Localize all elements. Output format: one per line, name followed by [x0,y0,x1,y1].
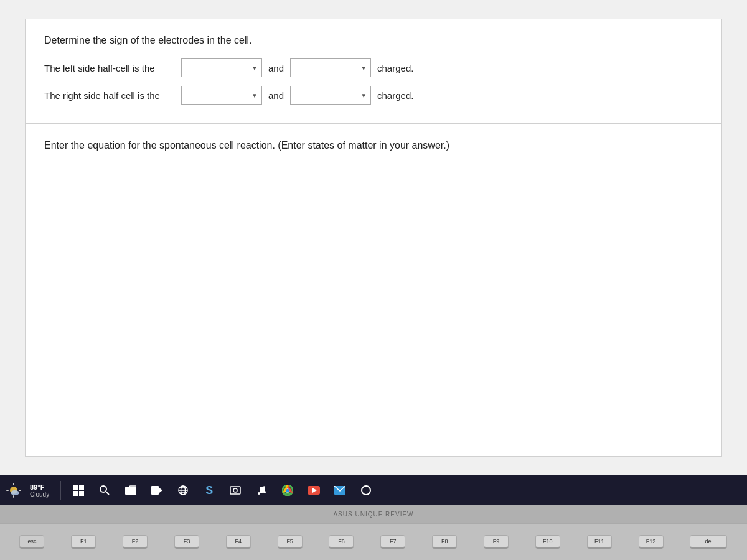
f10-key[interactable]: F10 [535,535,560,549]
taskbar-divider [60,481,61,500]
f11-key[interactable]: F11 [587,535,612,549]
left-cell-dropdown2[interactable]: positively negatively ▼ [290,58,371,77]
unknown-circle-taskbar-icon[interactable] [355,479,377,502]
f5-key[interactable]: F5 [278,535,303,549]
svg-marker-14 [159,488,162,493]
svg-rect-20 [230,487,240,494]
chevron-down-icon2: ▼ [360,65,367,72]
f9-key[interactable]: F9 [484,535,509,549]
chevron-down-icon3: ▼ [251,92,258,99]
f1-key[interactable]: F1 [71,535,96,549]
left-cell-row: The left side half-cell is the anode cat… [44,58,703,77]
left-cell-connector: and [268,63,284,73]
right-cell-label: The right side half cell is the [44,90,175,101]
esc-key[interactable]: esc [19,535,44,549]
screenshot-taskbar-icon[interactable] [224,479,247,502]
f4-key[interactable]: F4 [226,535,251,549]
svg-rect-8 [73,491,78,496]
f12-key[interactable]: F12 [639,535,664,549]
svg-point-23 [263,491,266,493]
music-taskbar-icon[interactable] [250,479,273,502]
left-cell-select2[interactable]: positively negatively [294,63,358,73]
f2-key[interactable]: F2 [123,535,148,549]
equation-section: Enter the equation for the spontaneous c… [25,124,722,457]
youtube-taskbar-icon[interactable] [303,479,325,502]
svg-rect-2 [13,495,14,498]
right-cell-dropdown1[interactable]: anode cathode ▼ [181,86,262,105]
video-taskbar-icon[interactable] [146,479,168,502]
right-cell-row: The right side half cell is the anode ca… [44,86,703,105]
keyboard-row: esc F1 F2 F3 F4 F5 F6 F7 F8 F9 F10 F11 F… [0,523,747,560]
screen: Determine the sign of the electrodes in … [0,0,747,560]
browser-taskbar-icon[interactable] [172,479,194,502]
svg-rect-3 [6,490,9,491]
mail-taskbar-icon[interactable] [329,479,351,502]
windows-start-icon[interactable] [67,479,90,502]
svg-point-10 [100,486,106,492]
s-app-taskbar-icon[interactable]: S [198,479,220,502]
svg-point-22 [258,492,260,495]
svg-rect-13 [151,486,159,495]
svg-rect-9 [79,491,84,496]
left-cell-suffix: charged. [377,63,413,73]
file-explorer-taskbar-icon[interactable] [120,479,142,502]
right-cell-connector: and [268,90,284,101]
right-cell-dropdown2[interactable]: positively negatively ▼ [290,86,371,105]
taskbar: 89°F Cloudy [0,475,747,505]
svg-line-11 [106,492,109,495]
left-cell-select1[interactable]: anode cathode [186,63,249,73]
right-cell-select2[interactable]: positively negatively [294,90,358,100]
keyboard-hint-text: ASUS UNIQUE REVIEW [333,511,413,518]
right-cell-suffix: charged. [377,90,413,101]
content-area: Determine the sign of the electrodes in … [0,0,747,475]
search-taskbar-icon[interactable] [93,479,116,502]
right-cell-select1[interactable]: anode cathode [186,90,249,100]
del-key[interactable]: del [690,535,727,549]
svg-rect-12 [125,487,136,495]
f6-key[interactable]: F6 [329,535,354,549]
f7-key[interactable]: F7 [380,535,405,549]
svg-point-5 [11,490,19,495]
weather-temp: 89°F [30,483,49,491]
svg-rect-7 [79,485,84,490]
chrome-taskbar-icon[interactable] [276,479,299,502]
left-cell-dropdown1[interactable]: anode cathode ▼ [181,58,262,77]
electrode-section: Determine the sign of the electrodes in … [25,19,722,124]
svg-rect-1 [13,483,14,485]
section2-title: Enter the equation for the spontaneous c… [44,140,703,151]
f3-key[interactable]: F3 [174,535,199,549]
svg-rect-6 [73,485,78,490]
chevron-down-icon4: ▼ [360,92,367,99]
f8-key[interactable]: F8 [432,535,457,549]
weather-info: 89°F Cloudy [30,483,49,498]
svg-point-21 [233,488,237,492]
weather-condition: Cloudy [30,491,49,498]
chevron-down-icon: ▼ [251,65,258,72]
section1-title: Determine the sign of the electrodes in … [44,35,703,46]
keyboard-hint-bar: ASUS UNIQUE REVIEW [0,505,747,523]
weather-icon [5,482,22,499]
left-cell-label: The left side half-cell is the [44,63,175,73]
svg-point-30 [362,486,370,495]
svg-rect-4 [19,490,21,491]
